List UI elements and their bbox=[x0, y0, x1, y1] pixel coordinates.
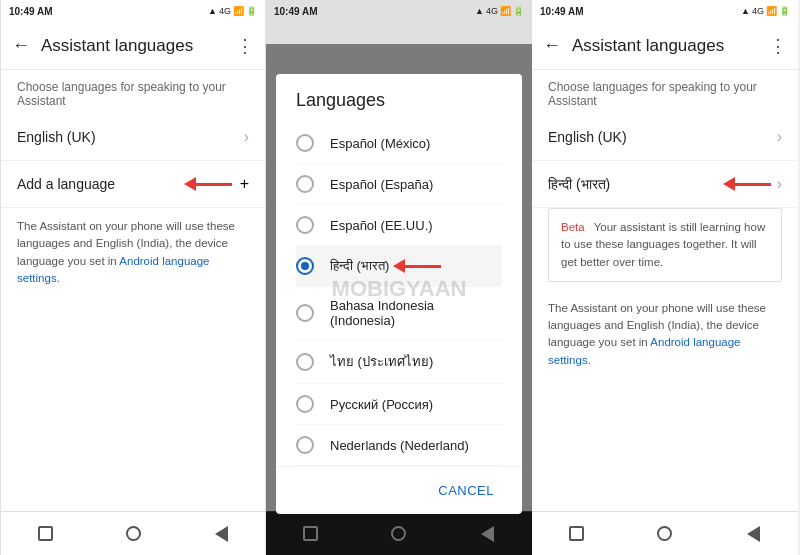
left-panel: 10:49 AM ▲ 4G 📶 🔋 ← Assistant languages … bbox=[0, 0, 266, 555]
app-bar-left: ← Assistant languages ⋮ bbox=[1, 22, 265, 70]
lang-label-espanol-espana: Español (España) bbox=[330, 177, 433, 192]
info-text-left: The Assistant on your phone will use the… bbox=[1, 208, 265, 297]
lang-label-espanol-eeuu: Español (EE.UU.) bbox=[330, 218, 433, 233]
lang-label-russian: Русский (Россия) bbox=[330, 397, 433, 412]
status-icons-right: ▲ 4G 📶 🔋 bbox=[741, 6, 790, 16]
language-english-uk-right[interactable]: English (UK) › bbox=[532, 114, 798, 161]
red-arrow-mid bbox=[393, 259, 441, 273]
nav-bar-left bbox=[1, 511, 265, 555]
chevron-right-icon-right: › bbox=[777, 128, 782, 146]
add-icon: + bbox=[240, 175, 249, 193]
lang-espanol-eeuu[interactable]: Español (EE.UU.) bbox=[296, 205, 502, 246]
lang-hindi[interactable]: हिन्दी (भारत) bbox=[296, 246, 502, 287]
chevron-right-icon-hindi: › bbox=[777, 175, 782, 193]
radio-espanol-espana bbox=[296, 175, 314, 193]
nav-circle-left[interactable] bbox=[117, 518, 149, 550]
lang-label-espanol-mexico: Español (México) bbox=[330, 136, 430, 151]
add-language-label: Add a language bbox=[17, 176, 180, 192]
page-title-left: Assistant languages bbox=[41, 36, 225, 56]
radio-espanol-mexico bbox=[296, 134, 314, 152]
nav-back-right[interactable] bbox=[738, 518, 770, 550]
mid-content: Languages Español (México) Español (Espa… bbox=[266, 22, 532, 555]
radio-espanol-eeuu bbox=[296, 216, 314, 234]
add-language-row[interactable]: Add a language + bbox=[1, 161, 265, 208]
language-list: Español (México) Español (España) Españo… bbox=[276, 123, 522, 466]
time-mid: 10:49 AM bbox=[274, 6, 318, 17]
back-button-right[interactable]: ← bbox=[540, 34, 564, 58]
page-title-right: Assistant languages bbox=[572, 36, 758, 56]
beta-text: Your assistant is still learning how to … bbox=[561, 221, 765, 268]
middle-panel: 10:49 AM ▲ 4G 📶 🔋 Languages Español (Méx… bbox=[266, 0, 532, 555]
app-bar-right: ← Assistant languages ⋮ bbox=[532, 22, 798, 70]
status-icons-left: ▲ 4G 📶 🔋 bbox=[208, 6, 257, 16]
language-hindi-label-right: हिन्दी (भारत) bbox=[548, 176, 719, 193]
lang-label-hindi: हिन्दी (भारत) bbox=[330, 258, 389, 274]
beta-note: Beta Your assistant is still learning ho… bbox=[548, 208, 782, 282]
dialog-overlay: Languages Español (México) Español (Espa… bbox=[266, 44, 532, 555]
radio-bahasa bbox=[296, 304, 314, 322]
language-hindi-right[interactable]: हिन्दी (भारत) › bbox=[532, 161, 798, 208]
lang-label-dutch: Nederlands (Nederland) bbox=[330, 438, 469, 453]
language-english-uk[interactable]: English (UK) › bbox=[1, 114, 265, 161]
radio-thai bbox=[296, 353, 314, 371]
status-bar-right: 10:49 AM ▲ 4G 📶 🔋 bbox=[532, 0, 798, 22]
status-icons-mid: ▲ 4G 📶 🔋 bbox=[475, 6, 524, 16]
dialog-title: Languages bbox=[276, 74, 522, 123]
nav-square-right[interactable] bbox=[560, 518, 592, 550]
lang-espanol-espana[interactable]: Español (España) bbox=[296, 164, 502, 205]
lang-espanol-mexico[interactable]: Español (México) bbox=[296, 123, 502, 164]
status-bar-mid: 10:49 AM ▲ 4G 📶 🔋 bbox=[266, 0, 532, 22]
red-arrow-right bbox=[723, 177, 771, 191]
nav-circle-right[interactable] bbox=[649, 518, 681, 550]
more-button-left[interactable]: ⋮ bbox=[233, 34, 257, 58]
info-text-right: The Assistant on your phone will use the… bbox=[532, 290, 798, 379]
lang-dutch[interactable]: Nederlands (Nederland) bbox=[296, 425, 502, 466]
radio-russian bbox=[296, 395, 314, 413]
lang-russian[interactable]: Русский (Россия) bbox=[296, 384, 502, 425]
radio-hindi bbox=[296, 257, 314, 275]
lang-label-thai: ไทย (ประเทศไทย) bbox=[330, 351, 433, 372]
nav-bar-right bbox=[532, 511, 798, 555]
beta-label: Beta bbox=[561, 221, 585, 233]
more-button-right[interactable]: ⋮ bbox=[766, 34, 790, 58]
language-english-uk-label-right: English (UK) bbox=[548, 129, 777, 145]
nav-square-left[interactable] bbox=[29, 518, 61, 550]
dialog-actions: CANCEL bbox=[276, 466, 522, 514]
time-right: 10:49 AM bbox=[540, 6, 584, 17]
cancel-button[interactable]: CANCEL bbox=[426, 475, 506, 506]
language-dialog: Languages Español (México) Español (Espa… bbox=[276, 74, 522, 514]
back-button-left[interactable]: ← bbox=[9, 34, 33, 58]
radio-dutch bbox=[296, 436, 314, 454]
status-bar-left: 10:49 AM ▲ 4G 📶 🔋 bbox=[1, 0, 265, 22]
red-arrow-left bbox=[184, 177, 232, 191]
chevron-right-icon: › bbox=[244, 128, 249, 146]
nav-back-left[interactable] bbox=[205, 518, 237, 550]
subtitle-right: Choose languages for speaking to your As… bbox=[532, 70, 798, 114]
lang-bahasa[interactable]: Bahasa Indonesia (Indonesia) bbox=[296, 287, 502, 340]
lang-label-bahasa: Bahasa Indonesia (Indonesia) bbox=[330, 298, 502, 328]
subtitle-left: Choose languages for speaking to your As… bbox=[1, 70, 265, 114]
language-english-uk-label: English (UK) bbox=[17, 129, 244, 145]
right-panel: 10:49 AM ▲ 4G 📶 🔋 ← Assistant languages … bbox=[532, 0, 798, 555]
lang-thai[interactable]: ไทย (ประเทศไทย) bbox=[296, 340, 502, 384]
time-left: 10:49 AM bbox=[9, 6, 53, 17]
